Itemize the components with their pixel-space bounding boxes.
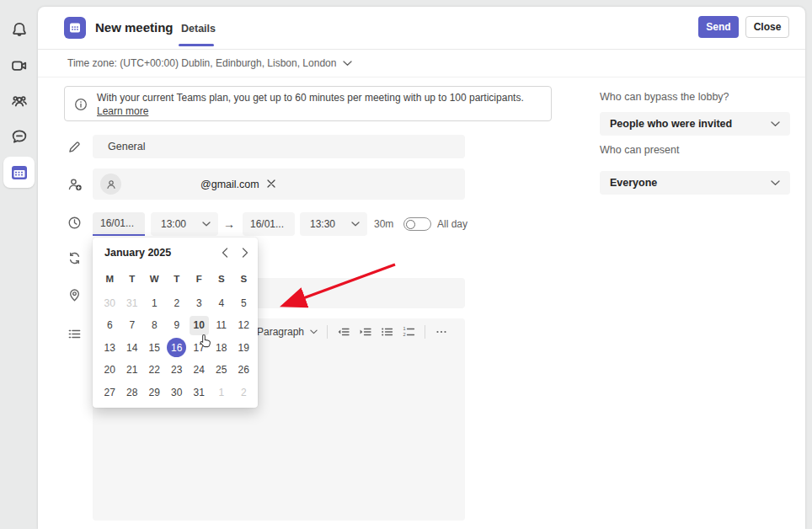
calendar-icon: [9, 163, 29, 183]
chevron-down-icon: [343, 61, 352, 67]
calendar-day[interactable]: 14: [121, 337, 144, 360]
calendar-day[interactable]: 11: [211, 314, 233, 337]
location-icon: [67, 288, 82, 302]
more-options-icon[interactable]: [435, 326, 448, 338]
calendar-day[interactable]: 13: [99, 337, 121, 360]
calendar-day[interactable]: 23: [166, 359, 189, 382]
calendar-day[interactable]: 15: [143, 337, 166, 360]
timezone-selector[interactable]: Time zone: (UTC+00:00) Dublin, Edinburgh…: [67, 57, 352, 69]
rail-item-activity[interactable]: [3, 13, 35, 45]
plan-info-banner: With your current Teams plan, you get up…: [64, 86, 552, 121]
bell-icon: [11, 21, 28, 38]
calendar-day[interactable]: 29: [143, 382, 166, 404]
remove-attendee-icon[interactable]: [266, 179, 276, 189]
calendar-day[interactable]: 31: [188, 382, 211, 404]
all-day-toggle[interactable]: [403, 217, 431, 231]
calendar-day[interactable]: 19: [232, 337, 255, 360]
calendar-day[interactable]: 3: [188, 292, 211, 315]
calendar-day[interactable]: 9: [166, 314, 189, 337]
rail-item-chat[interactable]: [3, 120, 35, 152]
calendar-day[interactable]: 18: [211, 337, 233, 360]
calendar-prev-button[interactable]: [217, 245, 232, 260]
end-time-value: 13:30: [310, 218, 335, 230]
start-date-input[interactable]: 16/01...: [93, 212, 145, 236]
calendar-day[interactable]: 6: [99, 314, 121, 337]
chat-icon: [11, 128, 28, 145]
calendar-day[interactable]: 8: [143, 314, 166, 337]
svg-text:1: 1: [403, 326, 406, 331]
calendar-day[interactable]: 30: [166, 382, 189, 404]
calendar-day[interactable]: 24: [188, 359, 211, 382]
date-range-arrow-icon: →: [223, 212, 235, 236]
present-select[interactable]: Everyone: [600, 171, 790, 195]
toggle-knob: [406, 220, 415, 229]
learn-more-link[interactable]: Learn more: [97, 104, 524, 118]
pencil-icon: [67, 140, 82, 154]
calendar-day-header: W: [143, 270, 166, 288]
calendar-day[interactable]: 2: [232, 382, 255, 404]
rail-item-community[interactable]: [3, 85, 35, 116]
duration-label: 30m: [374, 212, 393, 236]
outdent-icon[interactable]: [337, 326, 350, 338]
calendar-day[interactable]: 27: [99, 382, 121, 404]
calendar-day[interactable]: 2: [166, 292, 189, 315]
all-day-label: All day: [437, 212, 467, 236]
calendar-day[interactable]: 1: [211, 382, 233, 404]
repeat-icon: [67, 251, 82, 265]
avatar: [100, 174, 121, 195]
timezone-bar: Time zone: (UTC+00:00) Dublin, Edinburgh…: [38, 49, 805, 77]
calendar-day[interactable]: 1: [143, 292, 166, 315]
calendar-day[interactable]: 16: [166, 337, 189, 360]
agenda-icon: [67, 327, 82, 341]
calendar-day[interactable]: 26: [232, 359, 255, 382]
numbered-list-icon[interactable]: 12: [403, 326, 415, 338]
person-icon: [105, 179, 117, 190]
calendar-day[interactable]: 5: [232, 292, 255, 315]
lobby-label: Who can bypass the lobby?: [600, 91, 729, 103]
present-value: Everyone: [610, 177, 657, 189]
indent-icon[interactable]: [359, 326, 371, 338]
rail-item-calendar[interactable]: [3, 157, 35, 188]
end-date-value: 16/01...: [250, 218, 284, 230]
calendar-day-header: T: [166, 270, 189, 288]
calendar-day[interactable]: 12: [232, 314, 255, 337]
close-button[interactable]: Close: [745, 16, 789, 38]
calendar-day[interactable]: 28: [121, 382, 144, 404]
calendar-day-header: S: [211, 270, 233, 288]
end-date-input[interactable]: 16/01...: [243, 212, 295, 236]
send-button[interactable]: Send: [698, 16, 739, 38]
person-add-icon: [67, 177, 83, 192]
meeting-title-input[interactable]: General: [93, 135, 465, 158]
app-rail: [0, 0, 38, 529]
hand-cursor-icon: [200, 334, 211, 348]
end-time-select[interactable]: 13:30: [300, 212, 367, 236]
start-date-value: 16/01...: [100, 217, 134, 229]
paragraph-style-select[interactable]: Paragraph: [257, 326, 318, 338]
calendar-next-button[interactable]: [238, 245, 253, 260]
calendar-month-label: January 2025: [104, 247, 171, 259]
rail-item-meet[interactable]: [3, 50, 35, 81]
calendar-day[interactable]: 25: [211, 359, 233, 382]
calendar-grid: MTWTFSS303112345678910111213141516171819…: [99, 270, 255, 403]
chevron-down-icon: [351, 222, 360, 227]
calendar-day[interactable]: 31: [121, 292, 144, 315]
banner-message: With your current Teams plan, you get up…: [97, 91, 524, 104]
toolbar-divider: [425, 325, 425, 339]
calendar-day[interactable]: 7: [121, 314, 144, 337]
new-meeting-window: New meeting Details Send Close Time zone…: [38, 7, 805, 529]
calendar-day[interactable]: 30: [99, 292, 121, 315]
lobby-select[interactable]: People who were invited: [600, 112, 790, 136]
calendar-day[interactable]: 20: [99, 359, 121, 382]
editor-toolbar: Paragraph 12: [257, 325, 448, 339]
date-picker-popup: January 2025 MTWTFSS30311234567891011121…: [93, 238, 258, 408]
calendar-day[interactable]: 22: [143, 359, 166, 382]
chevron-down-icon: [202, 222, 211, 227]
clock-icon: [67, 216, 82, 230]
calendar-day[interactable]: 21: [121, 359, 144, 382]
lobby-value: People who were invited: [610, 118, 732, 130]
start-time-select[interactable]: 13:00: [151, 212, 218, 236]
bullet-list-icon[interactable]: [381, 326, 393, 338]
calendar-day[interactable]: 4: [211, 292, 233, 315]
tab-details[interactable]: Details: [181, 23, 216, 35]
attendees-input[interactable]: @gmail.com: [93, 168, 465, 200]
